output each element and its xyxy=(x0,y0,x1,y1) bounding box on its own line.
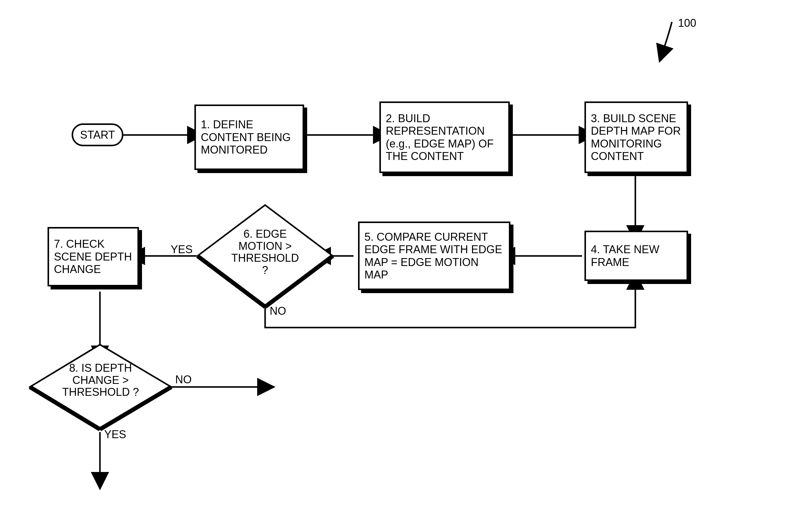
figure-reference: 100 xyxy=(678,17,696,29)
decision-8-text: 8. IS DEPTH CHANGE > THRESHOLD ? xyxy=(56,362,145,398)
yes-label-8: YES xyxy=(104,428,126,441)
start-terminal: START xyxy=(72,123,123,146)
step-5-text: 5. COMPARE CURRENT EDGE FRAME WITH EDGE … xyxy=(365,231,504,281)
step-7-text: 7. CHECK SCENE DEPTH CHANGE xyxy=(54,238,133,275)
step-1-text: 1. DEFINE CONTENT BEING MONITORED xyxy=(201,118,298,156)
step-3-text: 3. BUILD SCENE DEPTH MAP FOR MONITORING … xyxy=(591,112,682,163)
step-2-text: 2. BUILD REPRESENTATION (e.g., EDGE MAP)… xyxy=(386,112,504,163)
step-2-build-representation: 2. BUILD REPRESENTATION (e.g., EDGE MAP)… xyxy=(379,101,510,173)
step-7-check-depth-change: 7. CHECK SCENE DEPTH CHANGE xyxy=(47,227,139,287)
yes-label-6: YES xyxy=(171,243,193,256)
step-4-take-new-frame: 4. TAKE NEW FRAME xyxy=(585,231,688,281)
step-5-compare-edge: 5. COMPARE CURRENT EDGE FRAME WITH EDGE … xyxy=(358,221,510,290)
step-3-build-depth-map: 3. BUILD SCENE DEPTH MAP FOR MONITORING … xyxy=(585,101,688,173)
decision-6-text: 6. EDGE MOTION > THRESHOLD ? xyxy=(227,228,303,276)
step-1-define-content: 1. DEFINE CONTENT BEING MONITORED xyxy=(194,104,304,170)
step-4-text: 4. TAKE NEW FRAME xyxy=(591,243,682,269)
start-label: START xyxy=(80,129,115,141)
no-label-6: NO xyxy=(270,305,286,317)
no-label-8: NO xyxy=(175,373,192,386)
